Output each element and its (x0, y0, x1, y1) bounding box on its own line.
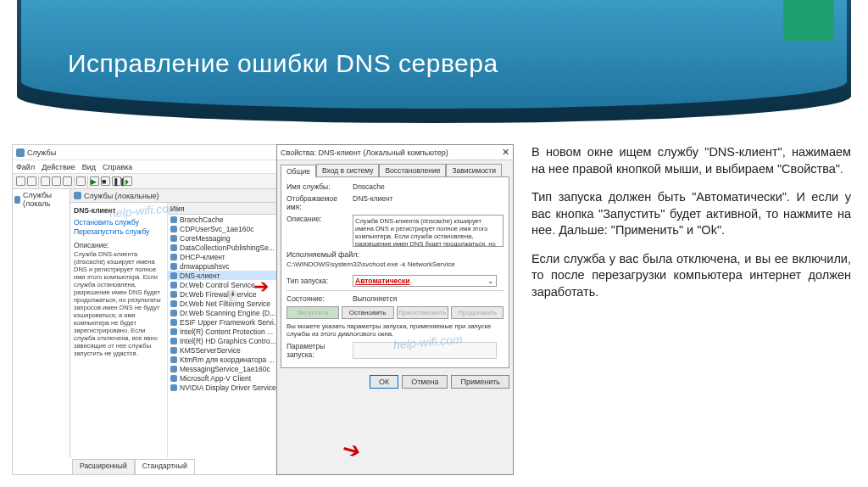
gear-icon (170, 310, 177, 316)
gear-icon (170, 366, 177, 372)
gear-icon (170, 235, 177, 242)
gear-icon (170, 300, 177, 307)
tool-play-icon[interactable]: ▶ (90, 176, 99, 186)
tool-refresh-icon[interactable] (52, 176, 61, 186)
tool-back-icon[interactable] (16, 176, 25, 186)
gear-icon (170, 384, 177, 391)
tool-pause-icon[interactable]: ❚❚ (112, 176, 121, 186)
gear-icon (170, 254, 177, 260)
gear-icon (170, 356, 177, 363)
service-name-value: Dnscache (353, 182, 504, 191)
menu-action[interactable]: Действие (42, 163, 75, 171)
detail-restart-link[interactable]: Перезапустить службу (74, 227, 164, 236)
gear-icon (170, 282, 177, 288)
detail-service-name: DNS-клиент (74, 206, 164, 215)
start-button[interactable]: Запустить (287, 306, 339, 319)
services-menubar[interactable]: Файл Действие Вид Справка (13, 160, 312, 174)
services-icon (16, 148, 25, 157)
menu-help[interactable]: Справка (103, 163, 132, 171)
services-titlebar[interactable]: Службы (13, 145, 312, 160)
cancel-button[interactable]: Отмена (402, 375, 448, 389)
tool-props-icon[interactable] (41, 176, 50, 186)
tab-logon[interactable]: Вход в систему (316, 164, 379, 176)
cursor-icon: 🖱️ (225, 289, 240, 303)
gear-icon (170, 347, 177, 354)
stop-button[interactable]: Остановить (342, 306, 394, 319)
apply-button[interactable]: Применить (451, 375, 509, 389)
gear-icon (170, 375, 177, 382)
gear-icon (170, 244, 177, 251)
services-nav-tree[interactable]: Службы (локаль (13, 189, 70, 457)
display-name-value: DNS-клиент (353, 194, 504, 211)
gear-icon (170, 338, 177, 344)
tool-stop-icon[interactable]: ■ (101, 176, 110, 186)
properties-dialog: Свойства: DNS-клиент (Локальный компьюте… (276, 144, 514, 475)
screenshot-area: Службы Файл Действие Вид Справка ▶ ■ (12, 144, 516, 475)
tab-extended[interactable]: Расширенный (72, 459, 135, 474)
gear-icon (74, 192, 81, 199)
menu-file[interactable]: Файл (16, 163, 35, 171)
tool-restart-icon[interactable]: ⏵ (123, 176, 132, 186)
detail-description: Служба DNS-клиента (dnscache) кэширует и… (74, 250, 164, 357)
startup-type-select[interactable]: Автоматически ⌄ (353, 275, 497, 287)
services-toolbar[interactable]: ▶ ■ ❚❚ ⏵ (13, 174, 312, 189)
gear-icon (170, 319, 177, 326)
gear-icon (170, 216, 177, 223)
service-state: Выполняется (353, 294, 504, 303)
slide-title: Исправление ошибки DNS сервера (68, 49, 498, 78)
nav-services-local[interactable]: Службы (локаль (14, 191, 68, 208)
tab-general[interactable]: Общие (281, 165, 316, 177)
gear-icon (170, 263, 177, 270)
description-box[interactable]: Служба DNS-клиента (dnscache) кэширует и… (353, 215, 504, 247)
tool-help-icon[interactable] (76, 176, 86, 186)
chevron-down-icon: ⌄ (487, 277, 494, 285)
tool-fwd-icon[interactable] (27, 176, 36, 186)
resume-button[interactable]: Продолжить (451, 306, 504, 319)
close-icon[interactable]: ✕ (502, 147, 509, 158)
services-window: Службы Файл Действие Вид Справка ▶ ■ (12, 144, 313, 475)
service-detail-pane: DNS-клиент Остановить службу Перезапусти… (70, 203, 168, 457)
pause-button[interactable]: Приостановить (397, 306, 449, 319)
tool-export-icon[interactable] (63, 176, 72, 186)
tab-standard[interactable]: Стандартный (135, 459, 195, 474)
detail-stop-link[interactable]: Остановить службу (74, 218, 164, 227)
tab-recovery[interactable]: Восстановление (379, 164, 446, 176)
gear-icon (170, 226, 177, 232)
launch-params-input[interactable] (353, 342, 497, 359)
gear-icon (170, 328, 177, 335)
properties-titlebar[interactable]: Свойства: DNS-клиент (Локальный компьюте… (277, 145, 513, 160)
gear-icon (170, 272, 177, 279)
gear-icon (14, 196, 20, 204)
menu-view[interactable]: Вид (82, 163, 96, 171)
executable-path: C:\WINDOWS\system32\svchost.exe -k Netwo… (287, 260, 504, 268)
instructions-text: В новом окне ищем службу "DNS-клиент", н… (531, 144, 851, 475)
tab-dependencies[interactable]: Зависимости (446, 164, 502, 176)
gear-icon (170, 291, 177, 298)
ok-button[interactable]: ОК (370, 375, 398, 389)
